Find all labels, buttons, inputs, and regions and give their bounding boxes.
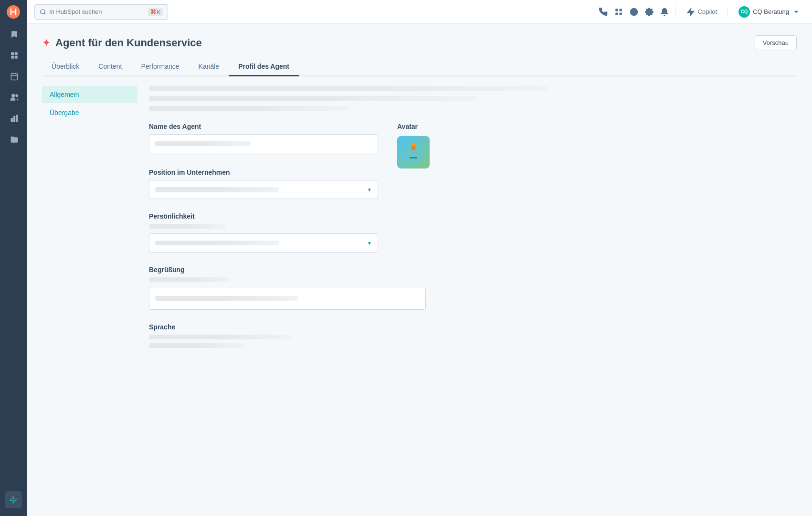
begruessung-field-group: Begrüßung: [149, 266, 603, 310]
svg-rect-2: [14, 52, 17, 55]
sidebar-copilot-button[interactable]: [5, 491, 22, 508]
svg-rect-20: [619, 12, 622, 15]
tab-performance[interactable]: Performance: [131, 58, 189, 76]
search-keyboard-shortcut: ⌘ K: [148, 8, 163, 16]
form-area: Name des Agent Avatar: [137, 86, 615, 361]
position-label: Position im Unternehmen: [149, 168, 603, 176]
svg-rect-11: [11, 118, 12, 122]
page-header: ✦ Agent für den Kundenservice Vorschau: [42, 35, 797, 50]
persoenlichkeit-label: Persönlichkeit: [149, 212, 603, 220]
main-area: ⌘ K Copilot CQ: [27, 0, 812, 516]
content-below-tabs: Allgemein Übergabe Name des Agent: [42, 76, 797, 361]
sidebar-item-bookmark[interactable]: [0, 24, 27, 45]
begruessung-sub-skeleton: [149, 277, 230, 282]
copilot-button[interactable]: Copilot: [683, 6, 721, 18]
tab-ueberblick[interactable]: Überblick: [42, 58, 89, 76]
page-title-row: ✦ Agent für den Kundenservice: [42, 37, 202, 49]
name-input-skeleton: [155, 141, 251, 146]
position-dropdown-skeleton: [155, 187, 279, 192]
avatar-label: Avatar: [397, 123, 418, 130]
position-dropdown-arrow-icon: ▼: [367, 187, 372, 192]
sprache-sub-skeleton-1: [149, 335, 292, 339]
left-nav-item-uebergabe[interactable]: Übergabe: [42, 104, 137, 121]
tab-profil[interactable]: Profil des Agent: [229, 58, 299, 76]
begruessung-input[interactable]: [149, 287, 426, 310]
svg-rect-17: [615, 9, 618, 11]
search-box[interactable]: ⌘ K: [34, 4, 168, 20]
svg-point-9: [11, 94, 14, 97]
persoenlichkeit-sub-skeleton: [149, 224, 225, 229]
svg-rect-28: [415, 153, 418, 156]
svg-line-16: [44, 13, 46, 14]
svg-rect-18: [619, 9, 622, 11]
avatar-image[interactable]: [397, 136, 430, 168]
tab-content[interactable]: Content: [89, 58, 131, 76]
page-title: Agent für den Kundenservice: [55, 37, 202, 49]
svg-rect-13: [16, 115, 17, 122]
user-menu[interactable]: CQ CQ Beratung: [735, 4, 804, 20]
sidebar-item-contacts[interactable]: [0, 87, 27, 108]
sidebar-item-files[interactable]: [0, 129, 27, 150]
sprache-field-group: Sprache: [149, 323, 603, 348]
sidebar: [0, 0, 27, 516]
help-icon[interactable]: [630, 8, 638, 16]
avatar-svg: [401, 140, 426, 165]
left-nav-item-allgemein[interactable]: Allgemein: [42, 86, 137, 103]
topbar: ⌘ K Copilot CQ: [27, 0, 812, 24]
svg-point-31: [411, 143, 415, 147]
position-dropdown[interactable]: ▼: [149, 180, 378, 199]
name-field-group: Name des Agent: [149, 123, 378, 153]
tabs-bar: Überblick Content Performance Kanäle Pro…: [42, 58, 797, 76]
svg-rect-5: [11, 74, 18, 80]
left-nav: Allgemein Übergabe: [42, 86, 137, 361]
svg-marker-24: [687, 8, 694, 15]
begruessung-textarea-skeleton: [155, 296, 298, 301]
svg-rect-27: [409, 153, 412, 156]
hubspot-logo[interactable]: [0, 0, 27, 24]
sprache-sub-skeleton-2: [149, 343, 244, 348]
search-input[interactable]: [49, 8, 145, 15]
apps-icon[interactable]: [614, 8, 623, 16]
persoenlichkeit-dropdown-skeleton: [155, 241, 279, 245]
svg-rect-19: [615, 12, 618, 15]
page-title-icon: ✦: [42, 37, 51, 49]
name-input[interactable]: [149, 134, 378, 153]
svg-point-10: [16, 95, 18, 97]
sidebar-item-calendar[interactable]: [0, 66, 27, 87]
skeleton-line-2: [149, 96, 476, 101]
copilot-label: Copilot: [698, 8, 717, 15]
phone-icon[interactable]: [599, 8, 608, 16]
name-label: Name des Agent: [149, 123, 378, 130]
copilot-icon: [686, 8, 695, 16]
svg-rect-12: [13, 116, 15, 122]
svg-rect-26: [406, 149, 421, 161]
topbar-divider-2: [728, 6, 728, 18]
page-content: ✦ Agent für den Kundenservice Vorschau Ü…: [27, 24, 812, 516]
name-field-col: Name des Agent: [149, 123, 378, 167]
search-icon: [40, 9, 46, 15]
avatar-section: Avatar: [397, 123, 430, 168]
sidebar-item-reports[interactable]: [0, 108, 27, 129]
notifications-icon[interactable]: [660, 8, 669, 16]
settings-icon[interactable]: [645, 8, 654, 16]
topbar-divider: [675, 6, 676, 18]
user-name: CQ Beratung: [753, 8, 789, 15]
persoenlichkeit-field-group: Persönlichkeit ▼: [149, 212, 603, 253]
skeleton-line-1: [149, 86, 549, 91]
tab-kanaele[interactable]: Kanäle: [189, 58, 229, 76]
sidebar-nav: [0, 24, 27, 491]
preview-button[interactable]: Vorschau: [755, 35, 797, 50]
skeleton-line-3: [149, 106, 349, 111]
topbar-icons: Copilot CQ CQ Beratung: [599, 4, 804, 20]
user-avatar: CQ: [738, 6, 750, 18]
svg-point-15: [41, 9, 45, 13]
persoenlichkeit-dropdown[interactable]: ▼: [149, 233, 378, 253]
name-avatar-row: Name des Agent Avatar: [149, 123, 603, 168]
position-field-group: Position im Unternehmen ▼: [149, 168, 603, 199]
sidebar-bottom: [5, 491, 22, 516]
svg-rect-1: [11, 52, 14, 55]
sidebar-item-dashboard[interactable]: [0, 45, 27, 66]
svg-marker-14: [10, 496, 17, 504]
svg-rect-29: [410, 157, 417, 158]
persoenlichkeit-dropdown-arrow-icon: ▼: [367, 241, 372, 246]
